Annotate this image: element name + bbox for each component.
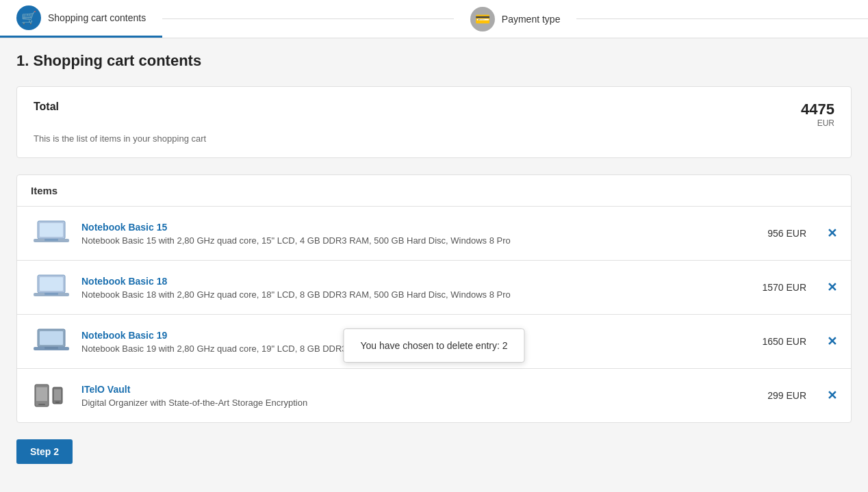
payment-type-icon: 💳 bbox=[470, 7, 495, 31]
item-image-1 bbox=[31, 216, 72, 250]
item-delete-button-3[interactable]: ✕ bbox=[827, 334, 837, 349]
svg-rect-5 bbox=[40, 277, 63, 291]
item-image-2 bbox=[31, 270, 72, 305]
item-price-1: 956 EUR bbox=[767, 228, 806, 239]
svg-rect-17 bbox=[55, 402, 60, 403]
nav-step-payment-type[interactable]: 💳 Payment type bbox=[454, 0, 577, 38]
item-delete-button-4[interactable]: ✕ bbox=[827, 388, 837, 403]
page-title: 1. Shopping cart contents bbox=[16, 52, 852, 70]
delete-confirmation-tooltip: You have chosen to delete entry: 2 bbox=[343, 328, 524, 363]
summary-amount: 4475 EUR bbox=[801, 101, 834, 128]
svg-rect-14 bbox=[38, 404, 45, 405]
step2-button[interactable]: Step 2 bbox=[16, 439, 73, 464]
item-row: Notebook Basic 15 Notebook Basic 15 with… bbox=[17, 207, 851, 261]
shopping-cart-icon: 🛒 bbox=[16, 5, 41, 30]
nav-divider bbox=[162, 18, 454, 19]
item-name-4: ITelO Vault bbox=[81, 384, 758, 395]
svg-rect-13 bbox=[36, 387, 47, 401]
items-header: Items bbox=[17, 175, 851, 207]
svg-rect-1 bbox=[40, 223, 63, 237]
item-description-2: Notebook Basic 18 with 2,80 GHz quad cor… bbox=[81, 289, 752, 300]
item-price-3: 1650 EUR bbox=[762, 336, 806, 347]
item-row-2: Notebook Basic 18 Notebook Basic 18 with… bbox=[17, 261, 851, 315]
item-image-3 bbox=[31, 324, 72, 359]
summary-amount-currency: EUR bbox=[801, 118, 834, 128]
item-price-2: 1570 EUR bbox=[762, 282, 806, 293]
tooltip-text: You have chosen to delete entry: 2 bbox=[360, 340, 507, 351]
item-price-4: 299 EUR bbox=[767, 390, 806, 401]
summary-card: Total 4475 EUR This is the list of items… bbox=[16, 86, 852, 158]
nav-step-shopping-cart-label: Shopping cart contents bbox=[48, 12, 146, 23]
summary-amount-value: 4475 bbox=[801, 101, 834, 118]
item-description-4: Digital Organizer with State-of-the-Art … bbox=[81, 398, 758, 408]
svg-rect-11 bbox=[44, 347, 58, 349]
svg-rect-3 bbox=[44, 239, 58, 241]
nav-step-payment-type-label: Payment type bbox=[502, 14, 561, 25]
page-content: 1. Shopping cart contents Total 4475 EUR… bbox=[0, 38, 868, 478]
item-name-1: Notebook Basic 15 bbox=[81, 222, 758, 233]
item-image-4 bbox=[31, 378, 72, 413]
nav-divider-2 bbox=[576, 18, 868, 19]
items-section: Items Notebook Basic 15 Notebook Basic 1… bbox=[16, 174, 852, 423]
nav-step-shopping-cart[interactable]: 🛒 Shopping cart contents bbox=[0, 0, 162, 38]
item-details-2: Notebook Basic 18 Notebook Basic 18 with… bbox=[81, 276, 752, 300]
summary-row: Total 4475 EUR bbox=[34, 101, 834, 128]
item-name-2: Notebook Basic 18 bbox=[81, 276, 752, 287]
top-navigation: 🛒 Shopping cart contents 💳 Payment type bbox=[0, 0, 868, 38]
summary-label: Total bbox=[34, 101, 59, 113]
summary-description: This is the list of items in your shoppi… bbox=[34, 133, 834, 144]
item-details-4: ITelO Vault Digital Organizer with State… bbox=[81, 384, 758, 408]
svg-rect-9 bbox=[40, 331, 63, 345]
svg-rect-16 bbox=[54, 389, 61, 400]
svg-rect-7 bbox=[44, 293, 58, 295]
item-delete-button-1[interactable]: ✕ bbox=[827, 226, 837, 241]
item-delete-button-2[interactable]: ✕ bbox=[827, 280, 837, 295]
item-description-1: Notebook Basic 15 with 2,80 GHz quad cor… bbox=[81, 235, 758, 246]
item-details-1: Notebook Basic 15 Notebook Basic 15 with… bbox=[81, 222, 758, 246]
item-row-4: ITelO Vault Digital Organizer with State… bbox=[17, 369, 851, 422]
